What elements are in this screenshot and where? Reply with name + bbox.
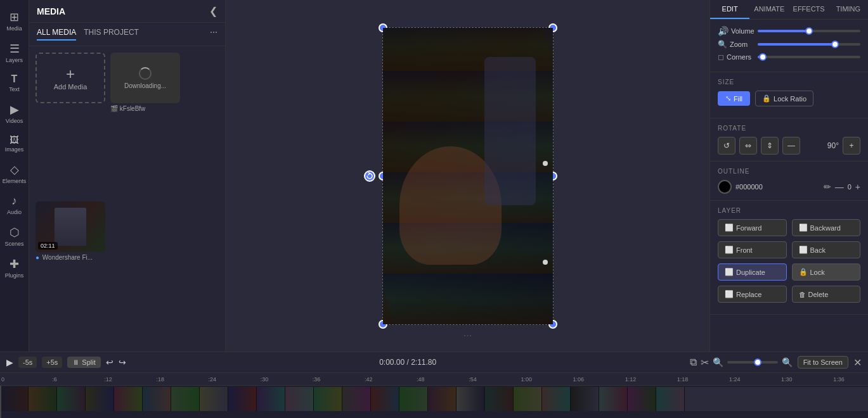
zoom-thumb-timeline[interactable] — [754, 358, 761, 366]
scenes-icon: ⬡ — [10, 225, 20, 239]
eyedropper-icon[interactable]: ✏ — [824, 182, 831, 192]
back-button[interactable]: ⬜ Back — [792, 241, 861, 258]
size-row: ⤡ Fill 🔒 Lock Ratio — [718, 91, 860, 106]
frame-1 — [0, 387, 29, 411]
tab-animate[interactable]: ANIMATE — [749, 0, 789, 19]
media-tabs: ALL MEDIA THIS PROJECT ⋯ — [29, 23, 225, 46]
flip-horizontal-button[interactable]: ⇔ — [739, 137, 757, 155]
sidebar-item-layers-label: Layers — [6, 57, 23, 63]
zoom-slider[interactable] — [758, 43, 860, 46]
scissors-icon[interactable]: ✂ — [701, 357, 709, 369]
delete-button[interactable]: 🗑 Delete — [792, 286, 861, 303]
media-header: MEDIA ❮ — [29, 0, 225, 23]
outline-minus-icon[interactable]: — — [835, 182, 844, 192]
lock-layer-icon: 🔒 — [799, 268, 808, 276]
backward-button[interactable]: ⬜ Backward — [792, 219, 861, 236]
corners-label: ◻ Corners — [718, 53, 753, 61]
left-sidebar: ⊞ Media ☰ Layers T Text ▶ Videos 🖼 Image… — [0, 0, 29, 352]
tab-timing[interactable]: TIMING — [829, 0, 868, 19]
sidebar-item-media[interactable]: ⊞ Media — [0, 5, 29, 37]
file-name: kFsleBfw — [120, 105, 146, 112]
volume-thumb[interactable] — [805, 27, 813, 35]
video-thumb: 02:11 — [36, 201, 105, 252]
sidebar-item-layers[interactable]: ☰ Layers — [0, 37, 29, 68]
rotate-handle[interactable] — [364, 170, 375, 182]
volume-slider[interactable] — [758, 30, 860, 32]
sidebar-item-text[interactable]: T Text — [0, 68, 29, 98]
outline-plus-icon[interactable]: + — [855, 182, 860, 192]
undo-button[interactable]: ↩ — [106, 357, 113, 367]
size-section: SIZE ⤡ Fill 🔒 Lock Ratio — [710, 72, 868, 118]
close-timeline-icon[interactable]: ✕ — [853, 357, 862, 369]
track-strip[interactable] — [0, 387, 868, 411]
skip-forward-button[interactable]: +5s — [42, 357, 62, 368]
multi-select-icon[interactable]: ⧉ — [690, 357, 697, 368]
sidebar-item-images[interactable]: 🖼 Images — [0, 129, 29, 158]
duplicate-icon: ⬜ — [725, 268, 734, 276]
zoom-out-icon[interactable]: 🔍 — [713, 357, 723, 367]
downloading-indicator: Downloading... — [124, 67, 166, 89]
back-icon: ⬜ — [799, 246, 808, 254]
front-button[interactable]: ⬜ Front — [718, 241, 787, 258]
frame-13 — [342, 387, 371, 411]
skip-back-button[interactable]: -5s — [18, 357, 37, 368]
flip-vertical-button[interactable]: ⇕ — [761, 137, 779, 155]
canvas-video[interactable] — [382, 27, 554, 325]
split-button[interactable]: ⏸ Split — [67, 357, 100, 368]
ruler-124: 1:24 — [729, 376, 741, 383]
zoom-thumb[interactable] — [831, 41, 839, 48]
fit-to-screen-button[interactable]: Fit to Screen — [798, 356, 848, 369]
canvas-dot-2 — [543, 260, 548, 265]
media-more-icon[interactable]: ⋯ — [210, 28, 217, 41]
frame-3 — [57, 387, 86, 411]
replace-button[interactable]: ⬜ Replace — [718, 286, 787, 303]
corners-slider[interactable] — [758, 56, 860, 58]
fill-button[interactable]: ⤡ Fill — [718, 91, 750, 106]
tab-effects[interactable]: EFFECTS — [789, 0, 829, 19]
video-name: Wondershare Fi... — [42, 254, 93, 261]
corners-thumb[interactable] — [759, 53, 767, 61]
sidebar-item-scenes-label: Scenes — [4, 241, 23, 247]
zoom-label: 🔍 Zoom — [718, 40, 753, 49]
sidebar-item-plugins[interactable]: ✚ Plugins — [0, 252, 29, 284]
sidebar-item-scenes[interactable]: ⬡ Scenes — [0, 220, 29, 252]
timeline-ruler: 0 :6 :12 :18 :24 :30 :36 :42 :48 :54 1:0… — [0, 373, 868, 386]
collapse-panel-icon[interactable]: ❮ — [209, 5, 217, 17]
volume-icon: 🔊 — [718, 26, 729, 36]
zoom-in-icon[interactable]: 🔍 — [782, 357, 793, 367]
lock-button[interactable]: 🔒 Lock — [792, 263, 861, 281]
outline-color-swatch[interactable] — [718, 180, 732, 194]
sidebar-item-audio[interactable]: ♪ Audio — [0, 189, 29, 220]
play-button[interactable]: ▶ — [6, 357, 13, 367]
duplicate-button[interactable]: ⬜ Duplicate — [718, 263, 787, 281]
rotate-plus-button[interactable]: + — [843, 137, 860, 155]
zoom-fill — [758, 43, 835, 46]
frame-5 — [114, 387, 143, 411]
timeline-track[interactable] — [0, 386, 868, 418]
tab-this-project[interactable]: THIS PROJECT — [84, 28, 139, 41]
sidebar-item-videos[interactable]: ▶ Videos — [0, 98, 29, 129]
rotate-minus-button[interactable]: — — [782, 137, 800, 155]
zoom-slider-timeline[interactable] — [727, 361, 778, 364]
plugins-icon: ✚ — [10, 257, 19, 271]
layer-more-grid: ⬜ Replace 🗑 Delete — [718, 286, 860, 303]
audio-icon: ♪ — [11, 194, 17, 208]
tab-edit[interactable]: EDIT — [710, 0, 749, 19]
media-item-video[interactable]: 02:11 ● Wondershare Fi... — [36, 201, 105, 345]
sidebar-item-audio-label: Audio — [7, 209, 22, 215]
lock-ratio-button[interactable]: 🔒 Lock Ratio — [755, 91, 813, 106]
lock-icon: 🔒 — [762, 94, 771, 103]
forward-button[interactable]: ⬜ Forward — [718, 219, 787, 236]
sidebar-item-elements[interactable]: ◇ Elements — [0, 158, 29, 189]
sidebar-item-images-label: Images — [5, 146, 24, 153]
outline-row: #000000 ✏ — 0 + — [718, 180, 860, 194]
corners-icon: ◻ — [718, 53, 724, 61]
frame-6 — [143, 387, 171, 411]
canvas-dots: ··· — [463, 330, 472, 341]
rotate-ccw-button[interactable]: ↺ — [718, 137, 735, 155]
tab-all-media[interactable]: ALL MEDIA — [37, 28, 76, 41]
timeline-controls: ▶ -5s +5s ⏸ Split ↩ ↪ 0:00.00 / 2:11.80 … — [0, 352, 868, 373]
add-media-button[interactable]: + Add Media — [36, 53, 105, 103]
volume-row: 🔊 Volume — [718, 26, 860, 36]
redo-button[interactable]: ↪ — [119, 357, 126, 367]
